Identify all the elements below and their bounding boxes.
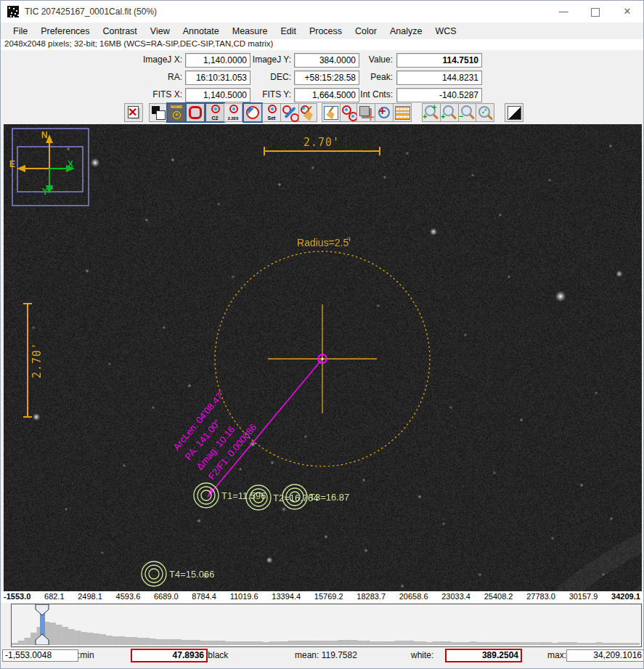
annotate-icon[interactable]: NAME + [166, 102, 187, 123]
fits-x-label: FITS X: [110, 87, 182, 102]
edit-apertures-icon[interactable] [280, 103, 299, 122]
toolbar: ✕ NAME + C2 2.2E6 Set [1, 102, 643, 124]
max-label: max: [547, 650, 566, 660]
hist-tick: 4593.6 [116, 591, 141, 603]
int-cnts-label: Int Cnts: [320, 87, 393, 102]
set-aperture-icon[interactable]: Set [262, 103, 281, 122]
invert-lut-icon[interactable] [505, 103, 523, 122]
contrast-icon[interactable] [149, 103, 168, 122]
title-bar[interactable]: TIC 207425167_0001Cal.fit (50%) — ✕ [1, 1, 643, 23]
slider-handle[interactable] [36, 604, 49, 615]
close-windows-icon[interactable]: ✕ [124, 103, 143, 122]
menu-item-process[interactable]: Process [303, 25, 349, 38]
aperture-t1-label: T1=11.596 [221, 490, 266, 501]
peak-label: Peak: [320, 70, 393, 84]
menu-item-measure[interactable]: Measure [226, 25, 274, 38]
ra-label: RA: [110, 70, 182, 84]
zoom-in-icon[interactable]: + [440, 103, 459, 122]
white-value-box[interactable]: 389.2504 [445, 649, 522, 662]
window-title: TIC 207425167_0001Cal.fit (50%) [25, 7, 157, 17]
aperture-slice-icon[interactable] [242, 102, 263, 123]
hist-tick: 2498.1 [78, 591, 102, 603]
clear-overlay-icon[interactable] [322, 103, 341, 122]
min-value-box[interactable]: -1,553.0048 [2, 649, 78, 662]
menu-item-view[interactable]: View [144, 25, 176, 38]
white-label: white: [411, 650, 433, 660]
scale-left-label: 2.70' [30, 342, 44, 378]
black-value-box[interactable]: 47.8936 [131, 649, 208, 662]
delete-apertures-icon[interactable] [298, 103, 317, 122]
int-cnts-value[interactable]: -140.5287 [396, 88, 482, 102]
histogram-plot [12, 604, 640, 645]
compass-rose [12, 129, 89, 206]
app-window: TIC 207425167_0001Cal.fit (50%) — ✕ File… [0, 0, 644, 669]
dec-label: DEC: [233, 70, 291, 84]
imagej-y-label: ImageJ Y: [233, 52, 291, 67]
hist-tick: 25408.2 [484, 591, 513, 603]
compass-e-label: E [9, 159, 15, 169]
hist-tick: 18283.7 [356, 591, 386, 603]
hist-tick: 30157.9 [569, 591, 598, 603]
saturation-limit-icon[interactable]: 2.2E6 [224, 103, 242, 122]
zoom-fit-icon[interactable]: ↔ [476, 103, 494, 122]
aperture-icon[interactable] [185, 102, 205, 123]
align-stack-icon[interactable]: ✛ [356, 103, 375, 122]
hist-tick: 34209.1 [611, 591, 640, 603]
overlay-graphics [4, 124, 642, 591]
compass-n-label: N [41, 130, 48, 140]
value-label: Value: [320, 52, 393, 67]
max-value-box[interactable]: 34,209.1016 [566, 649, 644, 662]
hist-tick: 27783.0 [526, 591, 555, 603]
minimize-button[interactable]: — [547, 1, 579, 23]
zoom-out-icon[interactable]: − [458, 103, 477, 122]
menu-item-wcs[interactable]: WCS [428, 25, 462, 38]
readout-panel: ImageJ X: 1,140.0000 ImageJ Y: 384.0000 … [1, 50, 643, 103]
hist-tick: -1553.0 [4, 591, 30, 603]
maximize-button[interactable] [579, 1, 611, 23]
close-button[interactable]: ✕ [611, 1, 643, 23]
histogram-ticks: -1553.0 682.1 2498.1 4593.6 6689.0 8784.… [1, 591, 643, 603]
imagej-x-label: ImageJ X: [110, 52, 182, 67]
hist-tick: 8784.4 [192, 591, 216, 603]
compass-x-label: X [68, 159, 73, 169]
hist-tick: 11019.6 [230, 591, 258, 603]
menu-item-annotate[interactable]: Annotate [176, 25, 226, 38]
compass-y-label: Y [42, 187, 48, 197]
app-icon [7, 6, 19, 17]
image-info-line: 2048x2048 pixels; 32-bit; 16MB (WCS=RA-S… [1, 39, 643, 50]
menu-item-preferences[interactable]: Preferences [34, 25, 96, 38]
aperture-t4-label: T4=15.066 [169, 569, 215, 580]
histogram-panel[interactable] [11, 604, 642, 647]
measurements-table-icon[interactable] [393, 103, 412, 122]
menu-item-contrast[interactable]: Contrast [97, 25, 144, 38]
menu-item-color[interactable]: Color [349, 25, 383, 38]
zoom-in-fast-icon[interactable]: + + [422, 103, 441, 122]
min-label: :min [78, 650, 94, 660]
peak-value[interactable]: 144.8231 [396, 70, 482, 85]
menu-item-file[interactable]: File [7, 25, 34, 38]
hist-tick: 15769.2 [314, 591, 343, 603]
black-label: :black [205, 650, 228, 660]
radius-label: Radius=2.5' [297, 237, 351, 248]
hist-tick: 23033.4 [441, 591, 470, 603]
hist-tick: 6689.0 [154, 591, 179, 603]
fits-y-label: FITS Y: [233, 87, 291, 102]
astrometry-icon[interactable]: + [375, 103, 394, 122]
image-canvas[interactable]: N E X Y 2.70' 2.70' Radius=2.5' ArcLen: … [4, 124, 642, 591]
stats-bar: -1,553.0048 :min 47.8936 :black mean: 11… [1, 647, 643, 668]
menu-item-edit[interactable]: Edit [274, 25, 303, 38]
hist-tick: 682.1 [44, 591, 65, 603]
menu-bar: File Preferences Contrast View Annotate … [1, 23, 643, 39]
mean-text: mean: 119.7582 [295, 650, 357, 660]
hist-tick: 20658.6 [399, 591, 428, 603]
value-value[interactable]: 114.7510 [396, 53, 482, 68]
hist-tick: 13394.4 [272, 591, 301, 603]
menu-item-analyze[interactable]: Analyze [383, 25, 428, 38]
centroid-icon[interactable]: C2 [205, 102, 225, 123]
aperture-t3-label: T3=16.87 [309, 492, 349, 503]
scale-top-label: 2.70' [303, 136, 340, 149]
